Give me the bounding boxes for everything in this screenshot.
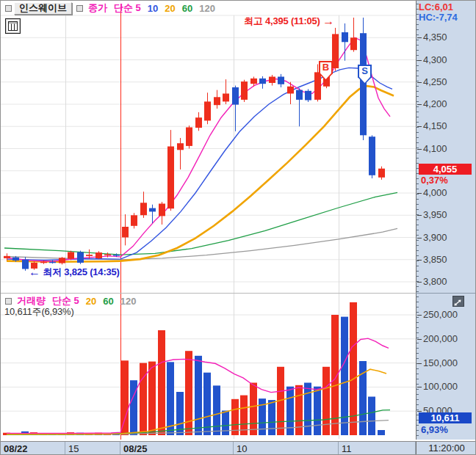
- price-volume-chart[interactable]: [1, 1, 416, 441]
- chart-header: 인스웨이브 종가 단순 5 10 20 60 120: [3, 2, 222, 14]
- candle-body: [186, 128, 192, 146]
- price-legend-name: 종가: [88, 1, 107, 15]
- price-tick-label: 4,100: [423, 143, 447, 154]
- candle-body: [259, 79, 266, 84]
- candle-body: [305, 91, 311, 101]
- candle-body: [214, 97, 220, 105]
- candle-body: [378, 169, 385, 178]
- axis-divider: [416, 293, 476, 294]
- price-tick-label: 4,250: [423, 76, 447, 87]
- high-price-label: 최고 4,395 (11:05): [244, 15, 320, 26]
- high-price-annotation: 최고 4,395 (11:05) →: [244, 15, 334, 28]
- expand-panel-button[interactable]: [452, 296, 464, 307]
- volume-bar: [195, 356, 202, 435]
- low-price-annotation: ← 최저 3,825 (14:35): [29, 266, 120, 279]
- volume-bar: [203, 373, 211, 435]
- volume-bar: [148, 362, 156, 435]
- current-volume-change-pct: 6,93%: [421, 424, 448, 435]
- grid-icon: [8, 21, 18, 31]
- volume-bar: [368, 397, 375, 436]
- price-legend-ma120: 120: [199, 3, 215, 14]
- candle-body: [177, 143, 184, 150]
- candle-body: [131, 215, 137, 226]
- price-ma120-line: [4, 228, 397, 259]
- candle-body: [159, 204, 165, 216]
- current-volume-info: 10,611주(6,93%): [4, 305, 74, 318]
- candle-body: [113, 255, 120, 256]
- volume-bar: [314, 387, 321, 435]
- x-axis-label: 08/22: [1, 442, 65, 455]
- price-legend-checkbox[interactable]: [76, 5, 83, 12]
- stock-name-button[interactable]: 인스웨이브: [14, 2, 72, 15]
- candle-body: [296, 90, 303, 100]
- volume-bar: [250, 383, 257, 436]
- price-ma10-line: [7, 68, 392, 260]
- price-tick-label: 4,000: [423, 187, 447, 198]
- volume-legend-ma20: 20: [86, 296, 96, 307]
- candle-body: [68, 252, 74, 259]
- candle-body: [4, 256, 10, 258]
- candle-body: [250, 79, 257, 84]
- price-legend-ma5: 단순 5: [114, 1, 141, 15]
- volume-bar: [167, 362, 174, 435]
- sell-marker-letter: S: [358, 65, 372, 76]
- volume-bar: [222, 411, 229, 436]
- price-tick-label: 4,300: [423, 54, 447, 65]
- volume-bar: [378, 430, 385, 435]
- candle-body: [287, 87, 294, 94]
- price-tick-label: 3,900: [423, 232, 447, 243]
- volume-legend-ma60: 60: [103, 296, 113, 307]
- volume-bar: [158, 330, 165, 435]
- candle-body: [12, 258, 19, 261]
- low-price-label: 최저 3,825 (14:35): [43, 266, 119, 277]
- candle-body: [86, 255, 93, 256]
- volume-bar: [268, 400, 275, 435]
- lc-value: LC:6,01: [419, 1, 453, 12]
- volume-legend-checkbox[interactable]: [5, 298, 12, 305]
- price-legend: 종가 단순 5 10 20 60 120: [88, 1, 222, 15]
- hc-value: HC:-7,74: [419, 12, 458, 23]
- candle-body: [104, 255, 111, 256]
- volume-tick-label: 150,000: [423, 357, 458, 368]
- panel-divider[interactable]: [1, 293, 416, 294]
- candle-body: [223, 94, 229, 102]
- candle-body: [204, 101, 211, 120]
- volume-bar: [121, 360, 129, 435]
- candle-body: [49, 262, 56, 263]
- volume-bar: [213, 385, 220, 435]
- y-axis-panel[interactable]: LC:6,01 HC:-7,74 4,3504,3004,2504,2004,1…: [416, 1, 476, 440]
- candle-body: [149, 208, 156, 212]
- arrow-right-icon: →: [322, 15, 334, 27]
- price-legend-ma60: 60: [182, 3, 192, 14]
- price-tick-label: 3,850: [423, 254, 447, 265]
- price-ma60-line: [4, 192, 397, 255]
- price-legend-ma20: 20: [165, 3, 175, 14]
- candle-body: [332, 34, 339, 68]
- price-tick-label: 3,950: [423, 209, 447, 220]
- current-price-change-pct: 0,37%: [421, 175, 448, 186]
- current-price-badge: 4,055: [419, 164, 472, 175]
- price-tick-label: 4,350: [423, 32, 447, 43]
- volume-bar: [176, 392, 184, 435]
- candle-body: [369, 136, 375, 175]
- volume-tick-label: 100,000: [423, 381, 458, 392]
- volume-tick-label: 200,000: [423, 333, 458, 344]
- current-volume-badge: 10,611: [419, 412, 472, 423]
- candle-body: [350, 37, 357, 50]
- volume-bar: [231, 399, 239, 435]
- grid-view-button[interactable]: [5, 18, 21, 34]
- candle-body: [269, 77, 275, 84]
- volume-bar: [304, 383, 311, 436]
- current-time-label: 11:20:00: [416, 441, 476, 455]
- candle-body: [95, 252, 102, 258]
- x-axis-label: 11: [339, 442, 416, 455]
- candle-body: [59, 258, 65, 263]
- stock-toggle-checkbox[interactable]: [5, 5, 12, 12]
- x-axis: 08/221508/251011: [1, 441, 416, 455]
- volume-bar: [130, 380, 137, 435]
- candle-body: [40, 262, 47, 263]
- price-legend-ma10: 10: [148, 3, 158, 14]
- sell-signal-marker: S: [358, 65, 372, 84]
- candle-body: [140, 203, 147, 215]
- price-ma20-line: [7, 86, 394, 262]
